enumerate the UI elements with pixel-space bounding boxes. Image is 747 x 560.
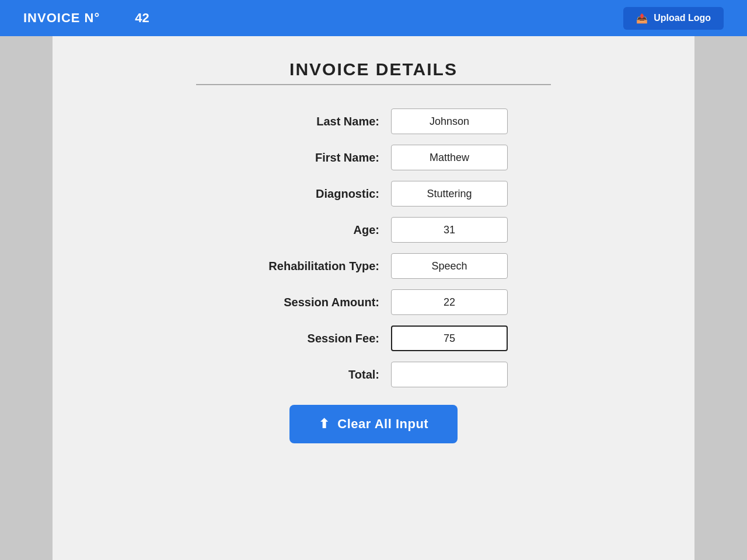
session-amount-row: Session Amount: <box>152 289 595 315</box>
first-name-label: First Name: <box>239 151 391 164</box>
clear-all-input-label: Clear All Input <box>337 416 428 432</box>
invoice-label: INVOICE N° <box>23 10 100 26</box>
session-fee-input[interactable] <box>391 326 508 351</box>
total-input[interactable] <box>391 362 508 387</box>
first-name-row: First Name: <box>152 145 595 170</box>
first-name-input[interactable] <box>391 145 508 170</box>
clear-icon: ⬆ <box>319 416 330 432</box>
clear-all-input-button[interactable]: ⬆ Clear All Input <box>289 405 458 443</box>
diagnostic-label: Diagnostic: <box>239 187 391 201</box>
total-label: Total: <box>239 368 391 382</box>
diagnostic-input[interactable] <box>391 181 508 206</box>
session-fee-label: Session Fee: <box>239 332 391 345</box>
invoice-number: 42 <box>135 10 149 26</box>
last-name-label: Last Name: <box>239 115 391 128</box>
session-amount-input[interactable] <box>391 289 508 315</box>
age-row: Age: <box>152 217 595 243</box>
session-amount-label: Session Amount: <box>239 296 391 309</box>
title-divider <box>196 84 551 85</box>
upload-logo-label: Upload Logo <box>654 13 711 23</box>
app-container: INVOICE N° 42 📤 Upload Logo INVOICE DETA… <box>0 0 747 560</box>
upload-icon: 📤 <box>636 13 648 24</box>
rehabilitation-type-row: Rehabilitation Type: <box>152 253 595 279</box>
last-name-row: Last Name: <box>152 108 595 134</box>
age-input[interactable] <box>391 217 508 243</box>
main-content: INVOICE DETAILS Last Name: First Name: D… <box>53 36 694 560</box>
upload-logo-button[interactable]: 📤 Upload Logo <box>623 7 724 30</box>
invoice-number-section: INVOICE N° 42 <box>23 10 149 26</box>
session-fee-row: Session Fee: <box>152 326 595 351</box>
rehabilitation-type-label: Rehabilitation Type: <box>239 260 391 273</box>
section-title: INVOICE DETAILS <box>152 60 595 79</box>
age-label: Age: <box>239 223 391 237</box>
invoice-details-section: INVOICE DETAILS Last Name: First Name: D… <box>140 60 607 443</box>
diagnostic-row: Diagnostic: <box>152 181 595 206</box>
total-row: Total: <box>152 362 595 387</box>
last-name-input[interactable] <box>391 108 508 134</box>
header-bar: INVOICE N° 42 📤 Upload Logo <box>0 0 747 36</box>
clear-btn-container: ⬆ Clear All Input <box>152 405 595 443</box>
rehabilitation-type-input[interactable] <box>391 253 508 279</box>
